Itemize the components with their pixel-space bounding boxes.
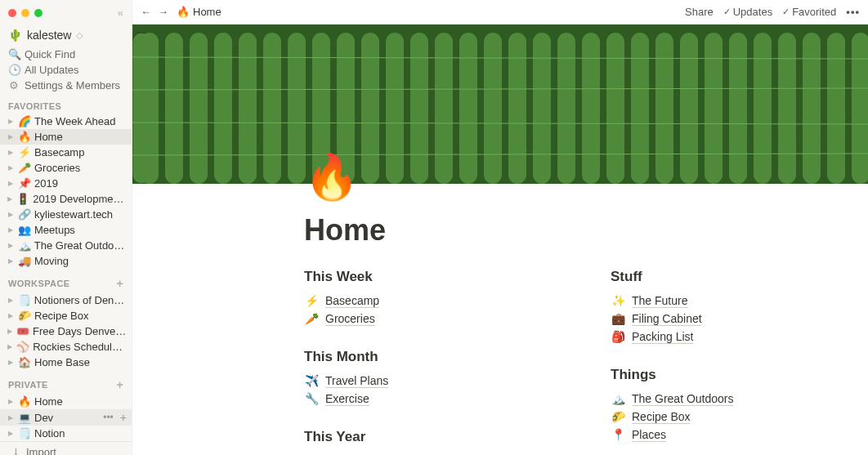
collapse-sidebar-icon[interactable]: « — [118, 7, 123, 19]
sidebar-item-label: 2019 Development Go... — [33, 193, 127, 205]
disclosure-triangle-icon[interactable]: ▶ — [7, 133, 15, 141]
sidebar-item-fav-1[interactable]: ▶🔥Home — [0, 129, 132, 145]
disclosure-triangle-icon[interactable]: ▶ — [7, 312, 15, 319]
page-emoji-icon: ⚾ — [16, 341, 29, 353]
disclosure-triangle-icon[interactable]: ▶ — [7, 414, 15, 422]
sidebar-item-fav-5[interactable]: ▶🚦2019 Development Go... — [0, 191, 132, 207]
disclosure-triangle-icon[interactable]: ▶ — [7, 226, 15, 234]
link-emoji-icon: 🎒 — [611, 330, 625, 343]
page-link[interactable]: 🌮Recipe Box — [611, 408, 868, 426]
sidebar-item-ws-3[interactable]: ▶⚾Rockies Schedule - 20... — [0, 339, 132, 355]
all-updates[interactable]: 🕒All Updates — [0, 62, 132, 78]
share-button[interactable]: Share — [685, 6, 714, 18]
check-icon: ✓ — [723, 7, 731, 17]
main: ← → 🔥 Home Share ✓Updates ✓Favorited ••• — [132, 0, 868, 455]
sidebar-item-pv-0[interactable]: ▶🔥Home — [0, 394, 132, 409]
sidebar-item-fav-6[interactable]: ▶🔗kyliestewart.tech — [0, 207, 132, 222]
workspace-switcher[interactable]: 🌵 kalestew ◇ — [0, 25, 132, 47]
sidebar-item-ws-0[interactable]: ▶🗒️Notioners of Denver — [0, 292, 132, 308]
item-more-icon[interactable]: ••• — [103, 412, 114, 423]
section-heading[interactable]: Stuff — [611, 269, 868, 285]
disclosure-triangle-icon[interactable]: ▶ — [7, 211, 15, 218]
disclosure-triangle-icon[interactable]: ▶ — [7, 149, 15, 156]
sidebar-item-fav-9[interactable]: ▶🚚Moving — [0, 253, 132, 269]
page-link[interactable]: 💼Filing Cabinet — [611, 310, 868, 328]
forward-button[interactable]: → — [158, 6, 168, 18]
updates-button[interactable]: ✓Updates — [723, 6, 772, 18]
page-link[interactable]: 🎒Packing List — [611, 328, 868, 346]
sidebar-item-fav-3[interactable]: ▶🥕Groceries — [0, 160, 132, 176]
settings-members[interactable]: ⚙Settings & Members — [0, 78, 132, 93]
breadcrumb-icon: 🔥 — [177, 6, 190, 18]
sidebar-item-label: Recipe Box — [34, 310, 88, 322]
close-dot[interactable] — [8, 9, 16, 17]
disclosure-triangle-icon[interactable]: ▶ — [7, 257, 15, 265]
check-icon: ✓ — [782, 7, 790, 17]
page-link[interactable]: 📍Places — [611, 426, 868, 444]
sidebar-item-ws-4[interactable]: ▶🏠Home Base — [0, 355, 132, 370]
back-button[interactable]: ← — [141, 6, 151, 18]
disclosure-triangle-icon[interactable]: ▶ — [7, 118, 15, 125]
link-emoji-icon: 💼 — [611, 312, 625, 325]
page-link[interactable]: 🥕Groceries — [304, 310, 562, 328]
sidebar-item-pv-2[interactable]: ▶🗒️Notion — [0, 426, 132, 441]
sidebar-item-pv-1[interactable]: ▶💻Dev•••+ — [0, 409, 132, 426]
link-label: Basecamp — [325, 294, 379, 307]
disclosure-triangle-icon[interactable]: ▶ — [7, 430, 15, 437]
import[interactable]: ⤓Import — [0, 442, 132, 455]
sidebar-item-fav-2[interactable]: ▶⚡Basecamp — [0, 145, 132, 160]
sidebar-item-fav-0[interactable]: ▶🌈The Week Ahead — [0, 114, 132, 129]
disclosure-triangle-icon[interactable]: ▶ — [7, 398, 15, 405]
disclosure-triangle-icon[interactable]: ▶ — [7, 328, 13, 335]
disclosure-triangle-icon[interactable]: ▶ — [7, 343, 13, 350]
more-button[interactable]: ••• — [846, 6, 860, 18]
sidebar-item-ws-2[interactable]: ▶🎟️Free Days Denver - 20... — [0, 323, 132, 339]
link-emoji-icon: 🔧 — [304, 392, 319, 405]
add-workspace-page-icon[interactable]: + — [116, 277, 123, 290]
sidebar-item-ws-1[interactable]: ▶🌮Recipe Box — [0, 308, 132, 323]
page-emoji-icon: 🏔️ — [18, 239, 31, 252]
page-link[interactable]: ✈️Travel Plans — [304, 372, 562, 390]
workspace-label: WORKSPACE+ — [0, 269, 132, 292]
disclosure-triangle-icon[interactable]: ▶ — [7, 195, 13, 203]
sidebar-item-fav-4[interactable]: ▶📌2019 — [0, 176, 132, 191]
favorited-button[interactable]: ✓Favorited — [782, 6, 836, 18]
page-link[interactable]: ✨The Future — [611, 292, 868, 310]
sidebar-item-fav-7[interactable]: ▶👥Meetups — [0, 222, 132, 238]
minimize-dot[interactable] — [21, 9, 29, 17]
sidebar-item-label: Groceries — [34, 162, 80, 174]
disclosure-triangle-icon[interactable]: ▶ — [7, 297, 15, 304]
disclosure-triangle-icon[interactable]: ▶ — [7, 164, 15, 172]
sidebar: « 🌵 kalestew ◇ 🔍Quick Find 🕒All Updates … — [0, 0, 132, 455]
section-heading[interactable]: This Month — [304, 349, 562, 365]
section-heading[interactable]: This Year — [304, 429, 562, 445]
chevron-down-icon: ◇ — [76, 30, 83, 41]
page-title[interactable]: Home — [304, 213, 868, 248]
disclosure-triangle-icon[interactable]: ▶ — [7, 180, 15, 187]
breadcrumb[interactable]: 🔥 Home — [177, 6, 221, 18]
disclosure-triangle-icon[interactable]: ▶ — [7, 242, 15, 249]
sidebar-item-label: Rockies Schedule - 20... — [33, 341, 127, 353]
page-emoji-icon: 🔗 — [18, 208, 31, 221]
sidebar-item-label: Home — [34, 131, 63, 143]
page-link[interactable]: 🔧Exercise — [304, 390, 562, 408]
link-emoji-icon: 🌮 — [611, 410, 625, 423]
sidebar-item-label: Home Base — [34, 356, 90, 368]
page-link[interactable]: 🏔️The Great Outdoors — [611, 390, 868, 408]
topbar: ← → 🔥 Home Share ✓Updates ✓Favorited ••• — [132, 0, 868, 25]
sidebar-item-fav-8[interactable]: ▶🏔️The Great Outdoors — [0, 238, 132, 253]
page-icon[interactable]: 🔥 — [304, 154, 868, 199]
item-add-icon[interactable]: + — [117, 411, 127, 424]
page-link[interactable]: ⚡Basecamp — [304, 292, 562, 310]
zoom-dot[interactable] — [34, 9, 43, 17]
quick-find[interactable]: 🔍Quick Find — [0, 47, 132, 62]
add-private-page-icon[interactable]: + — [116, 378, 123, 391]
page-emoji-icon: 🗒️ — [18, 427, 31, 439]
section-heading[interactable]: Things — [611, 367, 868, 383]
link-label: Recipe Box — [632, 410, 691, 423]
link-label: Filing Cabinet — [632, 312, 702, 325]
page-emoji-icon: 🎟️ — [16, 325, 29, 337]
section-heading[interactable]: This Week — [304, 269, 562, 285]
disclosure-triangle-icon[interactable]: ▶ — [7, 359, 15, 366]
sidebar-item-label: Moving — [34, 255, 69, 267]
